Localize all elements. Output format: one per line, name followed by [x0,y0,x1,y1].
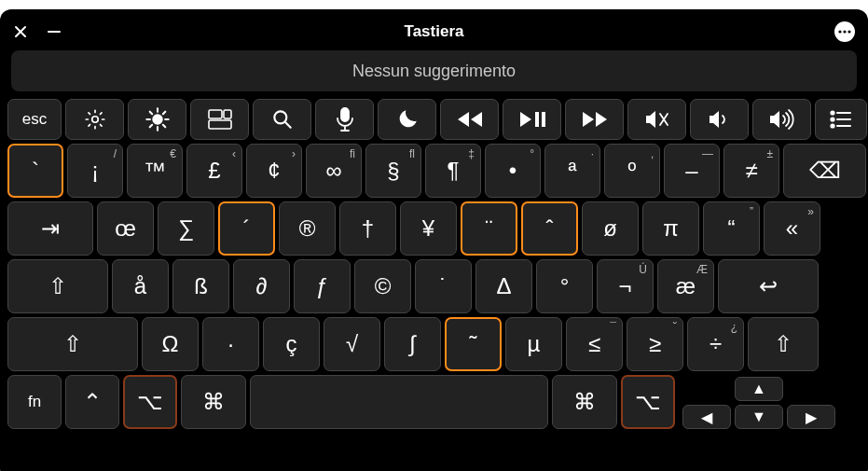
key-main: ∑ [178,215,194,242]
key[interactable]: ¶‡ [425,144,481,198]
key[interactable]: ↩ [718,259,819,313]
spacebar[interactable] [250,375,548,429]
suggestion-bar: Nessun suggerimento [11,50,857,91]
play-pause-icon[interactable] [503,99,561,140]
key[interactable]: ç [263,317,320,371]
key[interactable]: ∑ [158,201,214,256]
key[interactable]: ∙ [202,317,259,371]
key[interactable]: ⇥ [7,201,93,256]
do-not-disturb-icon[interactable] [378,99,436,140]
arrow-up-key[interactable]: ▲ [735,377,783,401]
keyboard-viewer-window: Tastiera Nessun suggerimento esc [0,9,868,471]
key-main: « [786,215,798,242]
command-right-key[interactable]: ⌘ [552,375,617,429]
key[interactable]: † [339,201,396,256]
key[interactable]: ´ [218,201,275,256]
key[interactable]: Δ [475,259,532,313]
key[interactable]: ˆ [521,201,578,256]
key[interactable]: æÆ [657,259,714,313]
key[interactable]: ≤¯ [566,317,623,371]
brightness-up-icon[interactable] [128,99,186,140]
key[interactable]: ⇧ [748,317,819,371]
mission-control-icon[interactable] [190,99,249,140]
key[interactable]: º‚ [604,144,660,198]
key-main: ß [194,273,208,299]
key[interactable]: ¢› [246,144,302,198]
more-icon[interactable] [834,21,855,42]
row-2: ⇥œ∑´®†¥¨ˆøπ“”«» [7,201,861,256]
key-secondary: ˘ [673,321,677,334]
key-main: å [134,273,146,299]
fn-row: esc [7,99,861,140]
close-icon[interactable] [13,24,28,39]
key[interactable]: œ [97,201,154,256]
key[interactable]: ˜ [445,317,502,371]
svg-point-1 [843,30,846,33]
key[interactable]: ™€ [127,144,183,198]
key[interactable]: ∞fi [306,144,362,198]
volume-down-icon[interactable] [690,99,749,140]
key-main: ∙ [227,331,234,357]
minimize-icon[interactable] [47,24,62,39]
key[interactable]: ⇧ [7,317,138,371]
key[interactable]: ° [536,259,593,313]
key[interactable]: π [642,201,699,256]
option-right-key[interactable]: ⌥ [621,375,675,429]
arrow-left-key[interactable]: ◀ [682,405,731,429]
key[interactable]: Ω [142,317,199,371]
svg-point-4 [153,115,161,123]
key-main: † [362,215,374,242]
fn-key[interactable]: fn [7,375,62,429]
key[interactable]: ƒ [294,259,351,313]
option-left-key[interactable]: ⌥ [123,375,177,429]
key[interactable]: ª· [544,144,600,198]
esc-key[interactable]: esc [7,99,62,140]
key-main: ¡ [91,158,99,184]
brightness-down-icon[interactable] [65,99,124,140]
volume-up-icon[interactable] [752,99,811,140]
key-main: ∞ [325,158,341,184]
key[interactable]: ⇧ [7,259,108,313]
key[interactable]: ¨ [461,201,517,256]
key[interactable]: ¬Ú [597,259,654,313]
key-main: ≤ [588,331,600,357]
dictation-icon[interactable] [315,99,374,140]
key[interactable]: «» [764,201,820,256]
key[interactable]: ≠± [723,144,779,198]
key[interactable]: ¥ [400,201,457,256]
key[interactable]: ∂ [233,259,290,313]
key[interactable]: © [354,259,411,313]
key[interactable]: ß [172,259,229,313]
control-key[interactable]: ⌃ [65,375,119,429]
svg-point-8 [274,111,286,123]
key[interactable]: ˙ [415,259,472,313]
key[interactable]: ¡/ [67,144,123,198]
key[interactable]: ø [582,201,639,256]
key[interactable]: –— [664,144,720,198]
key-main: ÷ [710,331,722,357]
key[interactable]: ≥˘ [627,317,683,371]
key[interactable]: ® [279,201,336,256]
key[interactable]: •° [485,144,541,198]
search-icon[interactable] [253,99,311,140]
key-secondary: ‡ [468,147,475,160]
key[interactable]: √ [324,317,380,371]
key[interactable]: ÷¿ [687,317,744,371]
mute-icon[interactable] [627,99,686,140]
key[interactable]: å [112,259,169,313]
key[interactable]: ∫ [384,317,441,371]
key[interactable]: §fl [365,144,421,198]
list-icon[interactable] [815,99,867,140]
key[interactable]: £‹ [186,144,242,198]
fast-forward-icon[interactable] [565,99,624,140]
command-left-key[interactable]: ⌘ [181,375,246,429]
arrow-down-key[interactable]: ▼ [735,405,783,429]
arrow-right-key[interactable]: ▶ [787,405,835,429]
svg-point-2 [847,30,850,33]
key[interactable]: ⌫ [783,144,866,198]
rewind-icon[interactable] [440,99,499,140]
key[interactable]: µ [505,317,562,371]
key[interactable]: ` [7,144,63,198]
key[interactable]: “” [703,201,760,256]
key-secondary: ± [766,147,773,160]
